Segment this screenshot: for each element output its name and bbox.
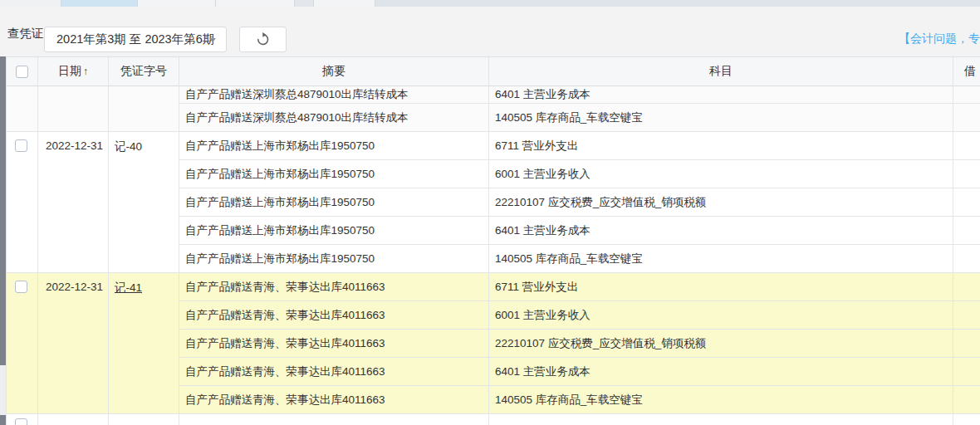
browser-tab[interactable]: [216, 0, 295, 7]
column-header-checkbox[interactable]: [7, 57, 38, 86]
voucher-no-link[interactable]: 记-41: [115, 281, 142, 294]
cell-debit: [953, 245, 980, 273]
cell-account: 6711 营业外支出: [489, 273, 953, 301]
voucher-no-link[interactable]: 记-40: [115, 140, 142, 153]
cell-debit: [953, 273, 980, 301]
column-label: 日期: [58, 64, 81, 77]
column-label: 借: [964, 64, 976, 77]
cell-checkbox: [7, 414, 38, 425]
page-title: 查凭证: [7, 25, 44, 42]
browser-tab[interactable]: [295, 0, 314, 7]
cell-debit: [953, 188, 980, 217]
column-label: 科目: [709, 64, 733, 77]
cell-summary: 自产产品赠送上海市郑杨出库1950750: [179, 132, 489, 160]
cell-account: 6401 主营业务成本: [489, 86, 953, 104]
cell-date: 2022-12-31: [38, 273, 109, 414]
table-row[interactable]: [7, 414, 980, 425]
cell-debit: [953, 414, 980, 425]
voucher-table: 日期↑凭证字号摘要科目借自产产品赠送深圳蔡总4879010出库结转成本6401 …: [6, 56, 980, 425]
sort-asc-icon: ↑: [83, 66, 88, 77]
help-link[interactable]: 【会计问题，专: [899, 32, 980, 46]
cell-debit: [953, 386, 980, 414]
cell-summary: 自产产品赠送青海、荣事达出库4011663: [179, 273, 489, 301]
cell-summary: 自产产品赠送青海、荣事达出库4011663: [179, 301, 489, 330]
cell-account: 140505 库存商品_车载空键宝: [489, 245, 953, 273]
cell-date: [38, 86, 109, 132]
cell-voucher-no: 记-41: [109, 273, 179, 414]
cell-debit: [953, 104, 980, 132]
cell-voucher-no: [109, 414, 179, 425]
cell-account: [489, 414, 953, 425]
period-range-value: 2021年第3期 至 2023年第6期: [56, 32, 214, 47]
column-header-account: 科目: [489, 57, 953, 86]
vertical-scrollbar-thumb[interactable]: [0, 56, 6, 365]
cell-summary: 自产产品赠送深圳蔡总4879010出库结转成本: [179, 86, 489, 104]
browser-tab[interactable]: [314, 0, 375, 7]
cell-account: 140505 库存商品_车载空键宝: [489, 104, 953, 132]
refresh-icon: [255, 32, 271, 47]
table-row[interactable]: 2022-12-31记-40自产产品赠送上海市郑杨出库19507506711 营…: [7, 132, 980, 160]
cell-checkbox: [7, 273, 38, 414]
cell-date: 2022-12-31: [38, 132, 109, 273]
voucher-grid: 日期↑凭证字号摘要科目借自产产品赠送深圳蔡总4879010出库结转成本6401 …: [7, 57, 980, 425]
cell-debit: [953, 301, 980, 330]
cell-summary: 自产产品赠送上海市郑杨出库1950750: [179, 217, 489, 245]
cell-account: 6001 主营业务收入: [489, 160, 953, 188]
cell-summary: 自产产品赠送深圳蔡总4879010出库结转成本: [179, 104, 489, 132]
toolbar: 查凭证 2021年第3期 至 2023年第6期 【会计问题，专: [0, 7, 980, 56]
cell-account: 140505 库存商品_车载空键宝: [489, 386, 953, 414]
cell-account: 22210107 应交税费_应交增值税_销项税额: [489, 330, 953, 358]
cell-debit: [953, 86, 980, 104]
cell-account: 22210107 应交税费_应交增值税_销项税额: [489, 188, 953, 217]
row-checkbox[interactable]: [15, 281, 27, 293]
table-row[interactable]: 自产产品赠送深圳蔡总4879010出库结转成本6401 主营业务成本: [7, 86, 980, 104]
browser-tab[interactable]: [138, 0, 216, 7]
column-header-summary: 摘要: [179, 57, 489, 86]
cell-voucher-no: 记-40: [109, 132, 179, 273]
cell-checkbox: [7, 132, 38, 273]
select-all-checkbox[interactable]: [16, 66, 28, 78]
column-label: 摘要: [322, 64, 345, 77]
cell-debit: [953, 358, 980, 386]
cell-debit: [953, 330, 980, 358]
column-header-date[interactable]: 日期↑: [38, 57, 109, 86]
column-label: 凭证字号: [120, 64, 167, 77]
cell-account: 6401 主营业务成本: [489, 358, 953, 386]
chevron-down-icon: [209, 38, 216, 42]
cell-account: 6001 主营业务收入: [489, 301, 953, 330]
top-tab-bar: [0, 0, 980, 7]
row-checkbox[interactable]: [15, 418, 27, 425]
scrollbar-corner: [0, 415, 6, 425]
cell-summary: [179, 414, 489, 425]
column-header-voucher: 凭证字号: [109, 57, 179, 86]
browser-tab[interactable]: [0, 0, 61, 7]
cell-summary: 自产产品赠送上海市郑杨出库1950750: [179, 188, 489, 217]
cell-summary: 自产产品赠送青海、荣事达出库4011663: [179, 386, 489, 414]
column-header-debit: 借: [953, 57, 980, 86]
cell-voucher-no: [109, 86, 179, 132]
cell-debit: [953, 160, 980, 188]
cell-checkbox: [7, 86, 38, 132]
refresh-button[interactable]: [239, 27, 287, 52]
row-checkbox[interactable]: [15, 139, 27, 152]
cell-summary: 自产产品赠送上海市郑杨出库1950750: [179, 160, 489, 188]
table-row[interactable]: 2022-12-31记-41自产产品赠送青海、荣事达出库40116636711 …: [7, 273, 980, 301]
cell-account: 6711 营业外支出: [489, 132, 953, 160]
cell-account: 6401 主营业务成本: [489, 217, 953, 245]
cell-summary: 自产产品赠送上海市郑杨出库1950750: [179, 245, 489, 273]
cell-summary: 自产产品赠送青海、荣事达出库4011663: [179, 358, 489, 386]
cell-debit: [953, 217, 980, 245]
browser-tab-active[interactable]: [61, 0, 138, 7]
cell-summary: 自产产品赠送青海、荣事达出库4011663: [179, 330, 489, 358]
period-range-select[interactable]: 2021年第3期 至 2023年第6期: [44, 27, 227, 52]
cell-date: [38, 414, 109, 425]
cell-debit: [953, 132, 980, 160]
